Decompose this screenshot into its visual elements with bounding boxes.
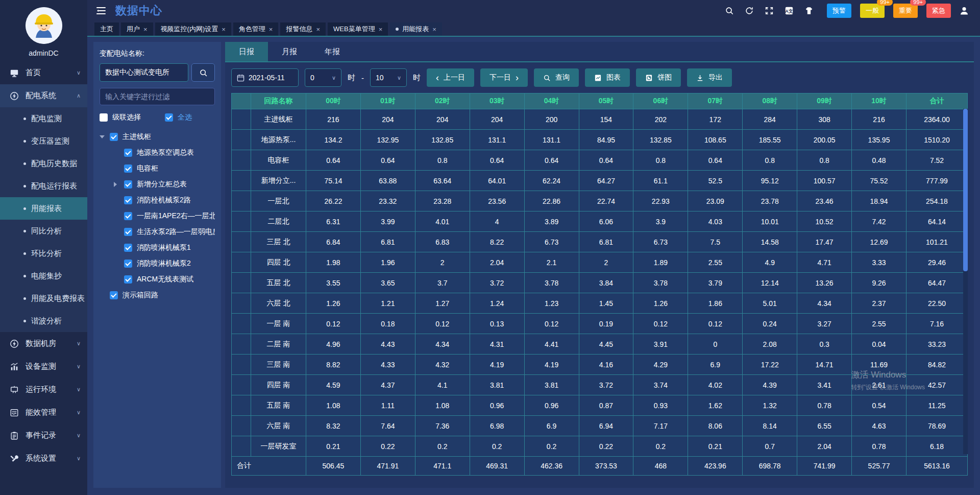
export-button[interactable]: 导出 (687, 68, 732, 87)
nav-tab-energy-report[interactable]: 用能报表× (390, 22, 442, 36)
nav-tab-web-menu[interactable]: WEB菜单管理× (328, 22, 388, 36)
sidebar-subitem-energy-report[interactable]: 用能报表 (0, 197, 87, 220)
close-icon[interactable]: × (222, 26, 226, 33)
nav-tab-home[interactable]: 主页 (94, 22, 119, 36)
tree-node[interactable]: 主进线柜 (100, 129, 215, 145)
tree-checkbox[interactable] (124, 212, 132, 220)
tree-checkbox[interactable] (124, 244, 132, 252)
sidebar-subitem-label: 用能及电费报表 (31, 294, 85, 303)
hour-start-select[interactable]: 0 ∨ (305, 68, 341, 87)
search-icon[interactable] (723, 6, 736, 15)
sidebar-item-system-settings[interactable]: 系统设置∨ (0, 447, 87, 470)
select-all-control[interactable]: 全选 (165, 113, 192, 122)
tree-node[interactable]: 消防栓机械泵2路 (100, 192, 215, 208)
query-button[interactable]: 查询 (534, 68, 579, 87)
report-tab-daily[interactable]: 日报 (225, 42, 268, 61)
report-tab-monthly[interactable]: 月报 (268, 42, 311, 61)
table-row: 五层 北3.553.653.73.723.783.843.783.7912.14… (232, 273, 968, 293)
tree-node[interactable]: 演示箱回路 (100, 287, 215, 303)
alarm-button-warning[interactable]: 预警 (827, 4, 851, 18)
table-row: 四层 北1.981.9622.042.121.892.554.94.713.33… (232, 252, 968, 273)
tree-checkbox[interactable] (110, 291, 118, 299)
sidebar-subitem-power-monitor[interactable]: 配电监测 (0, 107, 87, 130)
tree-node[interactable]: 一层南1APE2右—一层北1APE1左 (100, 208, 215, 224)
sidebar-item-device-monitor[interactable]: 设备监测∨ (0, 355, 87, 378)
close-icon[interactable]: × (432, 26, 436, 33)
chart-button[interactable]: 图表 (585, 68, 630, 87)
sidebar-subitem-mom-analysis[interactable]: 环比分析 (0, 242, 87, 265)
value-cell: 0.18 (360, 314, 415, 334)
tree-node[interactable]: 电容柜 (100, 160, 215, 176)
sidebar-item-runtime-env[interactable]: 运行环境∨ (0, 378, 87, 401)
sidebar-subitem-yoy-analysis[interactable]: 同比分析 (0, 220, 87, 242)
station-input[interactable] (100, 63, 188, 82)
date-picker[interactable]: 2021-05-11 (231, 68, 299, 87)
theme-icon[interactable] (802, 6, 816, 15)
close-icon[interactable]: × (316, 26, 320, 33)
tree-node[interactable]: ARCM无线表测试 (100, 271, 215, 287)
nav-tab-role-mgmt[interactable]: 角色管理× (233, 22, 279, 36)
next-day-button[interactable]: 下一日 › (480, 68, 528, 87)
tree-node[interactable]: 消防喷淋机械泵2 (100, 255, 215, 271)
sidebar-subitem-energy-fee-report[interactable]: 用能及电费报表 (0, 287, 87, 310)
tree-checkbox[interactable] (110, 133, 118, 141)
nav-tab-video-monitor[interactable]: 视频监控(内网)设置× (155, 22, 231, 36)
station-search-button[interactable] (191, 63, 215, 82)
row-checkbox-cell (232, 191, 251, 211)
tree-checkbox[interactable] (124, 164, 132, 173)
energy-report-table: 回路名称00时01时02时03时04时05时06时07时08时09时10时合计 … (231, 93, 968, 476)
table-row: 地源热泵...134.2132.95132.85131.1131.184.951… (232, 130, 968, 150)
cascade-checkbox[interactable] (100, 113, 108, 122)
select-all-checkbox[interactable] (165, 113, 173, 122)
hour-end-select[interactable]: 10 ∨ (370, 68, 407, 87)
tree-node[interactable]: 新增分立柜总表 (100, 176, 215, 192)
pie-chart-button[interactable]: 饼图 (636, 68, 681, 87)
sidebar-subitem-power-report[interactable]: 配电运行报表 (0, 175, 87, 197)
tree-checkbox[interactable] (124, 260, 132, 268)
value-cell: 0.7 (743, 436, 797, 457)
value-cell: 6.55 (797, 416, 852, 436)
translate-icon[interactable]: A文 (782, 6, 796, 15)
caret-down-icon[interactable] (100, 135, 105, 138)
keyword-filter-input[interactable] (100, 88, 215, 105)
sidebar-item-power-system[interactable]: 配电系统∧ (0, 84, 87, 107)
tree-checkbox[interactable] (124, 228, 132, 236)
sidebar-item-energy-mgmt[interactable]: 能效管理∨ (0, 401, 87, 424)
alarm-button-important[interactable]: 重要99+ (893, 4, 918, 18)
value-cell: 154 (579, 109, 633, 130)
tree-node[interactable]: 地源热泵空调总表 (100, 145, 215, 160)
tree-checkbox[interactable] (124, 180, 132, 188)
sidebar-subitem-meter-reading[interactable]: 电能集抄 (0, 265, 87, 287)
fullscreen-icon[interactable] (763, 6, 776, 15)
alarm-button-general[interactable]: 一般99+ (860, 4, 885, 18)
prev-day-button[interactable]: ‹ 上一日 (427, 68, 474, 87)
tree-node[interactable]: 生活水泵2路—一层弱电房 (100, 224, 215, 240)
nav-tab-users[interactable]: 用户× (121, 22, 153, 36)
sidebar-item-event-log[interactable]: 事件记录∨ (0, 424, 87, 447)
menu-collapse-icon[interactable] (94, 6, 108, 15)
tree-node[interactable]: 消防喷淋机械泵1 (100, 240, 215, 255)
close-icon[interactable]: × (379, 26, 383, 33)
table-scrollbar-thumb[interactable] (963, 109, 968, 271)
close-icon[interactable]: × (269, 26, 273, 33)
alarm-button-urgent[interactable]: 紧急 (926, 4, 951, 18)
tree-checkbox[interactable] (124, 196, 132, 204)
close-icon[interactable]: × (143, 26, 148, 33)
report-tab-yearly[interactable]: 年报 (311, 42, 354, 61)
sidebar-item-home[interactable]: 首页∨ (0, 61, 87, 84)
nav-tab-alarm-info[interactable]: 报警信息× (280, 22, 326, 36)
tree-checkbox[interactable] (124, 275, 132, 284)
user-icon[interactable] (958, 6, 971, 16)
caret-right-icon[interactable] (114, 182, 119, 187)
sidebar-subitem-harmonic-analysis[interactable]: 谐波分析 (0, 310, 87, 332)
avatar[interactable] (26, 7, 62, 44)
sidebar-item-data-room[interactable]: 数据机房∨ (0, 332, 87, 355)
value-cell: 7.64 (360, 416, 415, 436)
value-cell: 254.18 (906, 191, 968, 211)
table-row: 一层研发室0.210.220.20.20.20.220.20.210.72.04… (232, 436, 968, 457)
tree-checkbox[interactable] (124, 149, 132, 157)
sidebar-subitem-transformer-monitor[interactable]: 变压器监测 (0, 130, 87, 152)
sidebar-subitem-power-history[interactable]: 配电历史数据 (0, 152, 87, 175)
refresh-icon[interactable] (743, 6, 756, 15)
row-checkbox-cell (232, 314, 251, 334)
